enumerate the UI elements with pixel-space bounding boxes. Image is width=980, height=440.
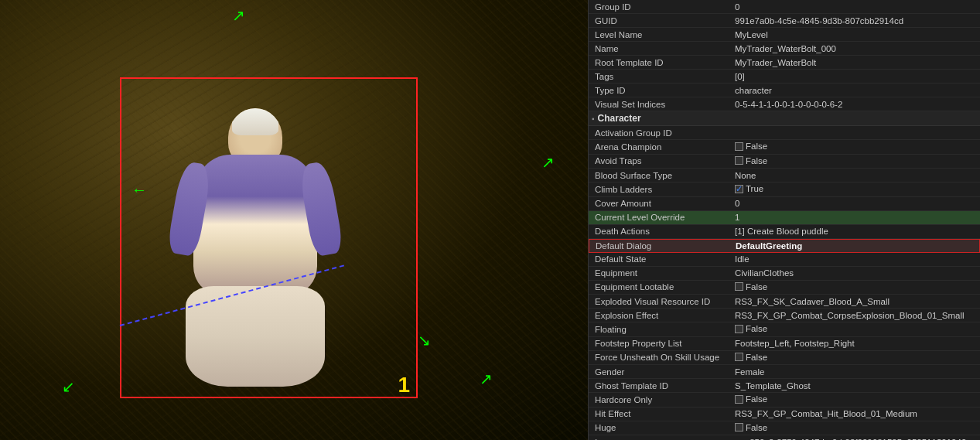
prop-row-avoid-traps: Avoid Traps False [589,155,980,169]
prop-name-activation-group: Activation Group ID [589,127,732,139]
prop-name-gender: Gender [589,366,732,378]
viewport: ↗ ← ↗ ↙ ↘ ↗ 1 [0,0,588,440]
checkbox-icon-equipment-lootable [735,282,743,291]
prop-name-explosion-effect: Explosion Effect [589,309,732,322]
prop-row-footstep: Footstep Property List Footstep_Left, Fo… [589,337,980,351]
prop-value-icon: aae850c3-3759-4347-ba9d-93f229681595_952… [732,436,980,441]
prop-value-footstep: Footstep_Left, Footstep_Right [732,337,980,350]
prop-row-death-actions: Death Actions [1] Create Blood puddle [589,225,980,239]
prop-value-default-state: Idle [732,253,980,265]
prop-name-visual-set: Visual Set Indices [589,98,732,111]
prop-name-ghost-template: Ghost Template ID [589,380,732,392]
checkbox-icon-hardcore-only [735,395,743,404]
prop-name-default-state: Default State [589,253,732,265]
character-torso [193,155,317,294]
prop-row-equipment: Equipment CivilianClothes [589,267,980,281]
prop-value-explosion-effect: RS3_FX_GP_Combat_CorpseExplosion_Blood_0… [732,309,980,322]
prop-name-hit-effect: Hit Effect [589,408,732,420]
prop-name-guid: GUID [589,15,732,27]
prop-row-hit-effect: Hit Effect RS3_FX_GP_Combat_Hit_Blood_01… [589,408,980,421]
prop-name-type-id: Type ID [589,84,732,97]
prop-row-level-name: Level Name MyLevel [589,28,980,42]
prop-row-floating: Floating False [589,322,980,337]
prop-row-guid: GUID 991e7a0b-4c5e-4845-9d3b-807cbb2914c… [589,14,980,28]
prop-row-current-level-override: Current Level Override 1 [589,211,980,225]
checkbox-avoid-traps: False [735,156,767,165]
prop-name-footstep: Footstep Property List [589,337,732,350]
prop-value-blood-surface-type: None [732,169,980,182]
prop-name-exploded-visual: Exploded Visual Resource ID [589,295,732,308]
prop-row-exploded-visual: Exploded Visual Resource ID RS3_FX_SK_Ca… [589,295,980,309]
prop-value-avoid-traps: False [732,155,980,169]
prop-name-floating: Floating [589,323,732,336]
prop-value-type-id: character [732,84,980,97]
checkbox-hardcore-only: False [735,394,767,404]
prop-row-climb-ladders: Climb Ladders True [589,182,980,197]
prop-value-default-dialog: DefaultGreeting [732,240,979,252]
prop-row-equipment-lootable: Equipment Lootable False [589,281,980,295]
prop-name-arena-champion: Arena Champion [589,141,732,153]
prop-value-hardcore-only: False [732,393,980,407]
prop-name-climb-ladders: Climb Ladders [589,183,732,196]
prop-value-death-actions: [1] Create Blood puddle [732,225,980,237]
prop-row-arena-champion: Arena Champion False [589,140,980,155]
checkbox-icon-climb-ladders [735,185,743,193]
section-label-character: Character [598,113,641,124]
checkbox-floating: False [735,324,767,333]
prop-value-tags: [0] [732,70,980,83]
prop-value-gender: Female [732,366,980,378]
prop-row-visual-set: Visual Set Indices 0-5-4-1-1-0-0-1-0-0-0… [589,97,980,111]
prop-row-name: Name MyTrader_WaterBolt_000 [589,42,980,56]
prop-row-force-unsheath: Force Unsheath On Skill Usage False [589,351,980,366]
prop-row-type-id: Type ID character [589,84,980,97]
prop-name-level-name: Level Name [589,29,732,41]
prop-name-equipment-lootable: Equipment Lootable [589,281,732,293]
prop-row-gender: Gender Female [589,365,980,379]
prop-value-visual-set: 0-5-4-1-1-0-0-1-0-0-0-0-6-2 [732,98,980,111]
prop-value-equipment: CivilianClothes [732,267,980,279]
prop-row-default-state: Default State Idle [589,253,980,267]
prop-value-name: MyTrader_WaterBolt_000 [732,43,980,55]
character-figure [170,108,340,387]
prop-row-default-dialog: Default Dialog DefaultGreeting 2 [589,239,980,253]
green-arrow-top: ↗ [232,8,245,23]
checkbox-equipment-lootable: False [735,282,767,292]
prop-name-icon: Icon [589,436,732,441]
prop-name-death-actions: Death Actions [589,225,732,237]
section-header-character[interactable]: ▪ Character [589,111,980,126]
prop-value-current-level-override: 1 [732,211,980,223]
prop-row-group-id: Group ID 0 [589,0,980,14]
properties-panel[interactable]: Group ID 0 GUID 991e7a0b-4c5e-4845-9d3b-… [588,0,980,440]
prop-name-force-unsheath: Force Unsheath On Skill Usage [589,351,732,363]
green-arrow-right: ↗ [541,155,555,170]
checkbox-force-unsheath: False [735,353,767,362]
prop-value-root-template: MyTrader_WaterBolt [732,56,980,69]
prop-row-cover-amount: Cover Amount 0 [589,197,980,211]
viewport-label-1: 1 [398,373,410,397]
checkbox-huge: False [735,423,767,432]
prop-name-name: Name [589,43,732,55]
section-collapse-icon[interactable]: ▪ [592,114,595,123]
prop-value-hit-effect: RS3_FX_GP_Combat_Hit_Blood_01_Medium [732,408,980,420]
prop-name-root-template: Root Template ID [589,56,732,69]
prop-row-icon: Icon aae850c3-3759-4347-ba9d-93f22968159… [589,435,980,440]
prop-row-explosion-effect: Explosion Effect RS3_FX_GP_Combat_Corpse… [589,309,980,322]
prop-row-tags: Tags [0] [589,70,980,84]
prop-name-cover-amount: Cover Amount [589,197,732,210]
prop-name-current-level-override: Current Level Override [589,211,732,223]
prop-value-guid: 991e7a0b-4c5e-4845-9d3b-807cbb2914cd [732,15,980,27]
checkbox-icon-avoid-traps [735,156,743,165]
checkbox-icon-floating [735,325,743,333]
green-arrow-br: ↘ [418,333,431,348]
prop-value-climb-ladders: True [732,182,980,196]
prop-name-equipment: Equipment [589,267,732,279]
prop-value-ghost-template: S_Template_Ghost [732,380,980,392]
prop-row-root-template: Root Template ID MyTrader_WaterBolt [589,56,980,70]
checkbox-climb-ladders: True [735,184,763,193]
prop-value-exploded-visual: RS3_FX_SK_Cadaver_Blood_A_Small [732,295,980,308]
prop-name-default-dialog: Default Dialog [589,240,732,252]
prop-value-cover-amount: 0 [732,197,980,210]
prop-value-floating: False [732,322,980,336]
green-arrow-bl: ↙ [62,379,75,394]
prop-value-huge: False [732,421,980,435]
